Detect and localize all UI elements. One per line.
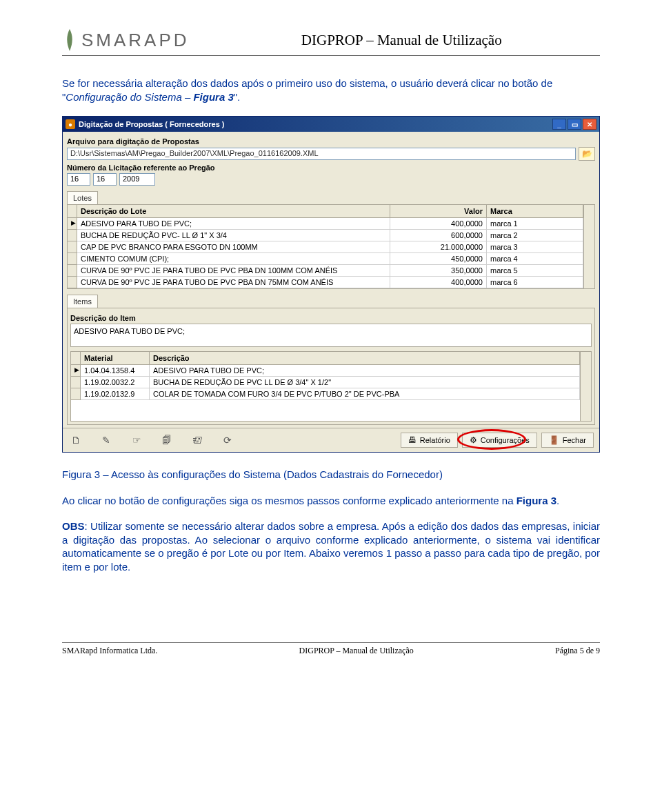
cell-marca[interactable]: marca 4 <box>487 253 583 265</box>
footer-left: SMARapd Informatica Ltda. <box>62 646 157 656</box>
file-path-input[interactable]: D:\Usr\Sistemas\AM\Pregao_Builder2007\XM… <box>67 148 576 160</box>
relatorio-button[interactable]: 🖶 Relatório <box>401 433 458 448</box>
window-titlebar: ● Digitação de Propostas ( Fornecedores … <box>63 117 599 132</box>
table-row[interactable]: CURVA DE 90º PVC JE PARA TUBO DE PVC PBA… <box>68 265 583 277</box>
items-col-indicator <box>71 352 81 365</box>
table-row[interactable]: ▶ADESIVO PARA TUBO DE PVC;400,0000marca … <box>68 218 583 230</box>
tab-lotes[interactable]: Lotes <box>67 191 98 204</box>
hand-point-icon[interactable]: ☞ <box>129 433 144 448</box>
table-row[interactable]: BUCHA DE REDUÇÃO PVC- LL Ø 1" X 3/4600,0… <box>68 230 583 241</box>
cell-material[interactable]: 1.19.02.0132.9 <box>81 388 150 400</box>
document-title: DIGPROP – Manual de Utilização <box>203 32 600 49</box>
footer-divider <box>62 642 600 643</box>
cell-marca[interactable]: marca 6 <box>487 277 583 288</box>
cell-valor[interactable]: 450,0000 <box>390 253 487 265</box>
num-field-2[interactable]: 16 <box>93 173 117 186</box>
row-indicator: ▶ <box>68 218 77 230</box>
door-icon: 🚪 <box>549 435 559 445</box>
row-indicator <box>68 253 77 265</box>
lotes-col-valor[interactable]: Valor <box>390 205 487 218</box>
footer-right: Página 5 de 9 <box>555 646 600 656</box>
bottom-toolbar: 🗋 ✎ ☞ 🗐 🖅 ⟳ 🖶 Relatório ⚙ Configurações <box>63 428 599 452</box>
logo-text: SMARAPD <box>81 30 190 51</box>
window-title: Digitação de Propostas ( Fornecedores ) <box>79 120 552 128</box>
configuracoes-button[interactable]: ⚙ Configurações <box>462 433 537 448</box>
cell-desc[interactable]: CURVA DE 90º PVC JE PARA TUBO DE PVC PBA… <box>77 277 390 288</box>
num-field-1[interactable]: 16 <box>67 173 90 186</box>
footer-center: DIGPROP – Manual de Utilização <box>299 646 414 656</box>
row-indicator <box>68 265 77 277</box>
printer-icon: 🖶 <box>408 435 417 445</box>
cell-desc[interactable]: CURVA DE 90º PVC JE PARA TUBO DE PVC PBA… <box>77 265 390 277</box>
row-indicator <box>71 388 81 400</box>
label-arquivo: Arquivo para digitação de Propostas <box>67 137 595 146</box>
close-button[interactable]: ✕ <box>583 119 596 130</box>
paragraph-intro: Se for necessária alteração dos dados ap… <box>62 77 600 103</box>
cell-marca[interactable]: marca 1 <box>487 218 583 230</box>
scrollbar-items[interactable] <box>580 352 591 421</box>
cell-material[interactable]: 1.19.02.0032.2 <box>81 377 150 388</box>
row-indicator <box>68 241 77 253</box>
table-row[interactable]: CAP DE PVC BRANCO PARA ESGOTO DN 100MM21… <box>68 241 583 253</box>
cell-desc[interactable]: ADESIVO PARA TUBO DE PVC; <box>150 365 580 377</box>
tool-icon-2[interactable]: ✎ <box>99 433 114 448</box>
refresh-icon[interactable]: ⟳ <box>220 433 235 448</box>
leaf-icon <box>62 28 77 52</box>
cell-desc[interactable]: CIMENTO COMUM (CPI); <box>77 253 390 265</box>
label-desc-item: Descrição do Item <box>70 314 592 322</box>
figure-caption: Figura 3 – Acesso às configurações do Si… <box>62 468 600 482</box>
table-row[interactable]: 1.19.02.0132.9COLAR DE TOMADA COM FURO 3… <box>71 388 580 400</box>
row-indicator: ▶ <box>71 365 81 377</box>
cell-desc[interactable]: ADESIVO PARA TUBO DE PVC; <box>77 218 390 230</box>
logo: SMARAPD <box>62 28 190 52</box>
tool-icon-4[interactable]: 🗐 <box>159 433 174 448</box>
cell-marca[interactable]: marca 5 <box>487 265 583 277</box>
cell-valor[interactable]: 400,0000 <box>390 277 487 288</box>
row-indicator <box>68 277 77 288</box>
tool-icon-5[interactable]: 🖅 <box>190 433 205 448</box>
items-col-material[interactable]: Material <box>81 352 150 365</box>
cell-valor[interactable]: 350,0000 <box>390 265 487 277</box>
cell-desc[interactable]: CAP DE PVC BRANCO PARA ESGOTO DN 100MM <box>77 241 390 253</box>
lotes-col-marca[interactable]: Marca <box>487 205 583 218</box>
header-divider <box>62 55 600 56</box>
app-window: ● Digitação de Propostas ( Fornecedores … <box>62 116 600 453</box>
cell-valor[interactable]: 600,0000 <box>390 230 487 241</box>
cell-valor[interactable]: 400,0000 <box>390 218 487 230</box>
tool-icon-1[interactable]: 🗋 <box>68 433 83 448</box>
items-col-descricao[interactable]: Descrição <box>150 352 580 365</box>
tab-items[interactable]: Items <box>67 295 98 308</box>
grid-lotes: Descrição do Lote Valor Marca ▶ADESIVO P… <box>67 204 595 289</box>
maximize-button[interactable]: ▭ <box>568 119 581 130</box>
desc-item-textarea[interactable]: ADESIVO PARA TUBO DE PVC; <box>70 324 592 347</box>
table-row[interactable]: ▶1.04.04.1358.4ADESIVO PARA TUBO DE PVC; <box>71 365 580 377</box>
lotes-col-desc[interactable]: Descrição do Lote <box>77 205 390 218</box>
app-icon: ● <box>66 119 75 129</box>
cell-desc[interactable]: BUCHA DE REDUÇÃO DE PVC LL DE Ø 3/4" X 1… <box>150 377 580 388</box>
gear-icon: ⚙ <box>470 435 477 445</box>
table-row[interactable]: CURVA DE 90º PVC JE PARA TUBO DE PVC PBA… <box>68 277 583 288</box>
cell-material[interactable]: 1.04.04.1358.4 <box>81 365 150 377</box>
minimize-button[interactable]: _ <box>552 119 566 130</box>
paragraph-obs: OBS: Utilizar somente se necessário alte… <box>62 519 600 573</box>
cell-desc[interactable]: COLAR DE TOMADA COM FURO 3/4 DE PVC P/TU… <box>150 388 580 400</box>
lotes-col-indicator <box>68 205 77 218</box>
row-indicator <box>68 230 77 241</box>
page-footer: SMARapd Informatica Ltda. DIGPROP – Manu… <box>62 646 600 656</box>
table-row[interactable]: 1.19.02.0032.2BUCHA DE REDUÇÃO DE PVC LL… <box>71 377 580 388</box>
cell-valor[interactable]: 21.000,0000 <box>390 241 487 253</box>
num-field-3[interactable]: 2009 <box>119 173 155 186</box>
label-numero: Número da Licitação referente ao Pregão <box>67 164 595 172</box>
cell-marca[interactable]: marca 3 <box>487 241 583 253</box>
row-indicator <box>71 377 81 388</box>
folder-icon: 📂 <box>582 149 592 159</box>
cell-desc[interactable]: BUCHA DE REDUÇÃO PVC- LL Ø 1" X 3/4 <box>77 230 390 241</box>
fechar-button[interactable]: 🚪 Fechar <box>541 433 594 448</box>
table-row[interactable]: CIMENTO COMUM (CPI);450,0000marca 4 <box>68 253 583 265</box>
browse-button[interactable]: 📂 <box>579 147 595 161</box>
scrollbar-lotes[interactable] <box>583 205 594 288</box>
grid-items: Material Descrição ▶1.04.04.1358.4ADESIV… <box>70 351 592 422</box>
cell-marca[interactable]: marca 2 <box>487 230 583 241</box>
paragraph-p2: Ao clicar no botão de configurações siga… <box>62 494 600 508</box>
